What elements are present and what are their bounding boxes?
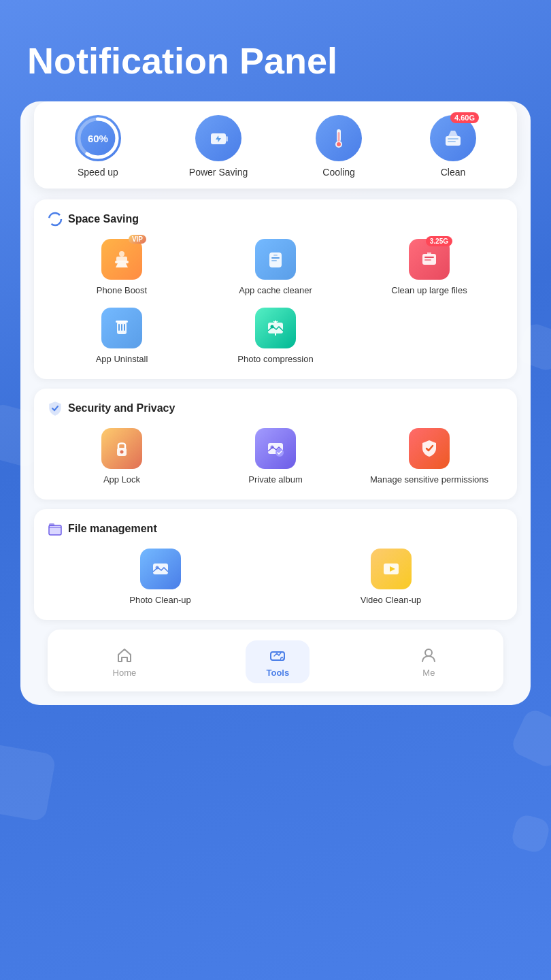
main-card: 60% Speed up Power Saving [20, 101, 531, 705]
clean-button[interactable]: 4.60G Clean [430, 115, 476, 178]
clean-label: Clean [441, 167, 466, 178]
app-cache-item[interactable]: App cache cleaner [201, 239, 350, 297]
home-icon [115, 646, 134, 665]
cooling-label: Cooling [322, 167, 354, 178]
file-management-header: File management [48, 521, 503, 536]
manage-permissions-label: Manage sensitive permissions [370, 474, 488, 486]
phone-boost-item[interactable]: VIP Phone Boost [48, 239, 196, 297]
security-section: Security and Privacy App Lock [34, 389, 517, 500]
nav-me-label: Me [422, 668, 435, 678]
svg-rect-10 [448, 141, 456, 142]
photo-cleanup-label: Photo Clean-up [129, 595, 190, 606]
video-cleanup-label: Video Clean-up [361, 595, 421, 606]
svg-point-48 [425, 649, 432, 656]
space-saving-title: Space Saving [68, 213, 139, 225]
svg-rect-39 [49, 525, 61, 535]
app-cache-label: App cache cleaner [239, 285, 312, 297]
nav-home[interactable]: Home [93, 640, 157, 683]
speed-percent: 60% [88, 133, 108, 144]
app-lock-item[interactable]: App Lock [48, 428, 196, 486]
photo-cleanup-item[interactable]: Photo Clean-up [48, 549, 273, 606]
large-files-badge: 3.25G [426, 236, 452, 246]
svg-rect-24 [121, 324, 122, 331]
cooling-button[interactable]: Cooling [316, 115, 362, 178]
svg-rect-26 [116, 321, 128, 323]
video-cleanup-item[interactable]: Video Clean-up [278, 549, 503, 606]
security-grid: App Lock Private album [48, 428, 503, 486]
svg-rect-3 [226, 136, 228, 142]
security-header: Security and Privacy [48, 401, 503, 416]
quick-actions-bar: 60% Speed up Power Saving [34, 101, 517, 189]
private-album-item[interactable]: Private album [201, 428, 350, 486]
nav-tools[interactable]: Tools [246, 640, 310, 683]
svg-rect-21 [424, 259, 431, 261]
photo-compression-item[interactable]: Photo compression [201, 308, 350, 365]
app-lock-label: App Lock [103, 474, 140, 486]
svg-rect-13 [116, 257, 127, 261]
svg-point-14 [119, 251, 124, 257]
app-uninstall-label: App Uninstall [96, 354, 148, 365]
space-saving-header: Space Saving [48, 212, 503, 227]
svg-rect-25 [124, 324, 125, 331]
page-title: Notification Panel [0, 0, 551, 101]
svg-rect-18 [273, 255, 278, 256]
svg-rect-20 [424, 257, 434, 258]
app-uninstall-item[interactable]: App Uninstall [48, 308, 196, 365]
clean-large-files-label: Clean up large files [391, 285, 467, 297]
power-saving-label: Power Saving [189, 167, 248, 178]
manage-permissions-item[interactable]: Manage sensitive permissions [355, 428, 503, 486]
tools-icon [268, 646, 287, 665]
speed-up-button[interactable]: 60% Speed up [75, 115, 121, 178]
clean-large-files-item[interactable]: 3.25G Clean up large files [355, 239, 503, 297]
svg-point-6 [337, 142, 341, 146]
file-management-icon [48, 521, 63, 536]
private-album-label: Private album [248, 474, 302, 486]
svg-rect-7 [338, 132, 340, 142]
space-saving-grid: VIP Phone Boost [48, 239, 503, 365]
svg-rect-16 [271, 257, 280, 259]
file-management-title: File management [68, 523, 157, 535]
svg-rect-23 [118, 324, 120, 331]
power-saving-button[interactable]: Power Saving [189, 115, 248, 178]
nav-me[interactable]: Me [399, 640, 458, 683]
space-saving-section: Space Saving VIP Phone Boost [34, 199, 517, 379]
photo-compression-label: Photo compression [237, 354, 313, 365]
svg-point-35 [120, 451, 124, 454]
speed-up-label: Speed up [78, 167, 118, 178]
svg-rect-17 [271, 260, 277, 261]
phone-boost-label: Phone Boost [97, 285, 147, 297]
vip-badge: VIP [129, 235, 146, 244]
file-management-grid: Photo Clean-up Video Clean-up [48, 549, 503, 606]
me-icon [419, 646, 438, 665]
bottom-nav: Home Tools [48, 630, 503, 691]
security-title: Security and Privacy [68, 402, 175, 414]
svg-rect-41 [49, 523, 54, 526]
svg-rect-9 [448, 138, 458, 140]
space-saving-icon [48, 212, 63, 227]
svg-point-11 [49, 213, 61, 225]
nav-tools-label: Tools [266, 668, 289, 678]
file-management-section: File management Photo Clean-up [34, 509, 517, 620]
sections-container: Space Saving VIP Phone Boost [20, 199, 531, 705]
nav-home-label: Home [113, 668, 137, 678]
security-icon [48, 401, 63, 416]
clean-badge: 4.60G [450, 112, 479, 123]
